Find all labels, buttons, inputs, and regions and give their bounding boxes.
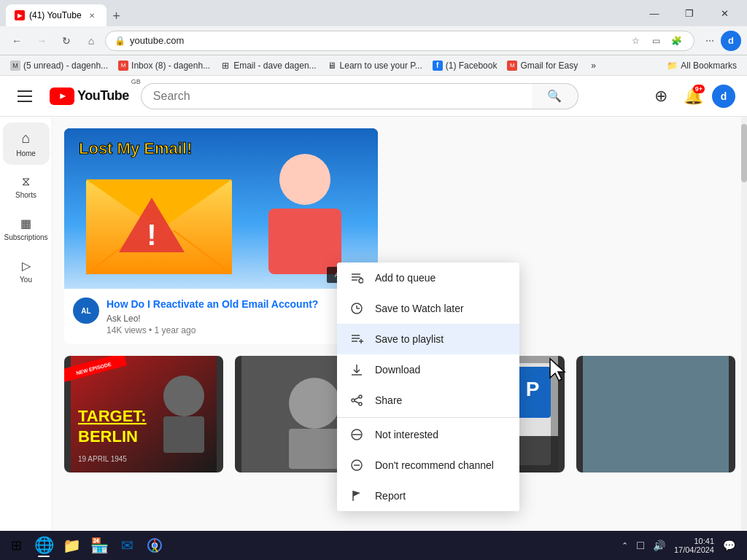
- bookmark-label-2: Inbox (8) - dagenh...: [131, 61, 210, 71]
- bookmark-star-btn[interactable]: ☆: [627, 32, 644, 50]
- address-box[interactable]: 🔒 youtube.com ☆ ▭ 🧩: [105, 31, 694, 51]
- bookmark-label-1: (5 unread) - dagenh...: [23, 61, 108, 71]
- youtube-body: ⌂ Home ⧖ Shorts ▦ Subscriptions ▷ You: [0, 117, 747, 531]
- taskbar-clock[interactable]: 10:41 17/04/2024: [671, 537, 717, 554]
- notifications-btn[interactable]: 🔔 9+: [680, 83, 706, 109]
- taskbar-volume-btn[interactable]: 🔊: [650, 532, 668, 559]
- menu-item-save-playlist[interactable]: Save to playlist: [337, 324, 519, 354]
- taskbar-edge-icon[interactable]: 🌐: [31, 532, 57, 559]
- search-input[interactable]: [141, 83, 532, 109]
- browser-titlebar: ▶ (41) YouTube ✕ + — ❐ ✕: [0, 0, 747, 26]
- svg-point-64: [152, 543, 157, 548]
- bookmark-label-3: Email - dave dagen...: [233, 61, 316, 71]
- taskbar-mail-icon[interactable]: ✉: [114, 532, 140, 559]
- youtube-play-icon: [56, 90, 68, 102]
- forward-btn[interactable]: →: [31, 30, 53, 52]
- menu-item-dont-recommend[interactable]: Don't recommend channel: [337, 450, 519, 481]
- new-tab-btn[interactable]: +: [107, 6, 127, 26]
- show-hidden-icons-btn[interactable]: ⌃: [619, 532, 631, 559]
- video-thumbnail[interactable]: ! Lost My Email! ASK LEO: [64, 128, 378, 289]
- add-video-btn[interactable]: ⊕: [648, 83, 674, 109]
- svg-text:Lost My Email!: Lost My Email!: [79, 139, 192, 158]
- menu-divider: [337, 417, 519, 418]
- menu-label-not-interested: Not interested: [375, 429, 438, 440]
- bookmark-item-4[interactable]: 🖥 Learn to use your P...: [322, 59, 427, 72]
- youtube-logo[interactable]: YouTube GB: [50, 88, 129, 105]
- taskbar-store-icon[interactable]: 🏪: [86, 532, 112, 559]
- notification-center-btn[interactable]: 💬: [720, 532, 738, 559]
- bottom-thumb-4[interactable]: [576, 356, 735, 472]
- user-avatar[interactable]: d: [712, 85, 735, 108]
- menu-item-not-interested[interactable]: Not interested: [337, 419, 519, 450]
- taskbar-explorer-icon[interactable]: 📁: [58, 532, 85, 559]
- svg-text:19 APRIL 1945: 19 APRIL 1945: [78, 455, 127, 463]
- start-btn[interactable]: ⊞: [3, 532, 29, 559]
- home-btn[interactable]: ⌂: [80, 30, 102, 52]
- menu-item-share[interactable]: Share: [337, 385, 519, 416]
- bookmark-favicon-1: M: [10, 61, 20, 71]
- back-btn[interactable]: ←: [6, 30, 28, 52]
- close-btn[interactable]: ✕: [708, 3, 741, 23]
- menu-label-report: Report: [375, 490, 406, 502]
- menu-item-add-to-queue[interactable]: Add to queue: [337, 262, 519, 293]
- reload-btn[interactable]: ↻: [55, 30, 77, 52]
- video-channel[interactable]: Ask Leo!: [107, 314, 338, 324]
- main-content: ! Lost My Email! ASK LEO: [53, 117, 747, 531]
- taskbar: ⊞ 🌐 📁 🏪 ✉ ⌃ □ 🔊 10:41 17/04/2024 💬: [0, 531, 747, 560]
- menu-label-save-watch-later: Save to Watch later: [375, 303, 464, 314]
- sidebar-label-subscriptions: Subscriptions: [4, 233, 47, 241]
- screen-cast-btn[interactable]: ▭: [647, 32, 665, 50]
- playlist-icon: [349, 331, 365, 347]
- bookmark-item-6[interactable]: M Gmail for Easy: [503, 59, 582, 72]
- taskbar-screen-btn[interactable]: □: [634, 532, 647, 559]
- thumb1-svg: NEW EPISODE TARGET: BERLIN 19 APRIL 1945: [64, 356, 223, 472]
- bookmark-label-6: Gmail for Easy: [520, 61, 578, 71]
- sidebar-item-subscriptions[interactable]: ▦ Subscriptions: [3, 209, 50, 249]
- taskbar-chrome-icon[interactable]: [142, 532, 168, 559]
- thumb4-svg: [576, 356, 735, 472]
- sidebar-item-shorts[interactable]: ⧖ Shorts: [3, 168, 50, 206]
- minimize-btn[interactable]: —: [638, 3, 671, 23]
- more-bookmarks-label: »: [591, 61, 596, 71]
- all-bookmarks-btn[interactable]: 📁 All Bookmarks: [662, 59, 741, 72]
- svg-line-55: [355, 401, 359, 403]
- svg-rect-9: [268, 209, 341, 274]
- active-tab[interactable]: ▶ (41) YouTube ✕: [6, 4, 107, 26]
- svg-rect-35: [583, 356, 729, 472]
- thumbnail-svg: ! Lost My Email! ASK LEO: [64, 128, 378, 289]
- extension-icon-1[interactable]: ⋯: [700, 31, 719, 50]
- clock-date: 17/04/2024: [674, 545, 714, 554]
- menu-item-save-watch-later[interactable]: Save to Watch later: [337, 293, 519, 324]
- bookmark-item-5[interactable]: f (1) Facebook: [428, 59, 502, 72]
- video-stats: 14K views • 1 year ago: [107, 325, 338, 335]
- tab-close-btn[interactable]: ✕: [86, 9, 98, 21]
- sidebar-item-you[interactable]: ▷ You: [3, 252, 50, 291]
- shorts-icon: ⧖: [22, 175, 30, 188]
- profile-icon[interactable]: d: [721, 31, 741, 51]
- scroll-thumb[interactable]: [741, 124, 747, 182]
- subscriptions-icon: ▦: [20, 217, 31, 230]
- bookmark-item-2[interactable]: M Inbox (8) - dagenh...: [114, 59, 214, 72]
- menu-btn[interactable]: [12, 83, 38, 109]
- extensions-btn[interactable]: 🧩: [667, 32, 685, 50]
- right-scrollbar: [741, 117, 747, 531]
- bottom-thumb-1[interactable]: NEW EPISODE TARGET: BERLIN 19 APRIL 1945: [64, 356, 223, 472]
- header-actions: ⊕ 🔔 9+ d: [648, 83, 735, 109]
- svg-point-8: [279, 154, 330, 205]
- more-bookmarks-btn[interactable]: »: [587, 59, 600, 72]
- maximize-btn[interactable]: ❐: [673, 3, 706, 23]
- sidebar-item-home[interactable]: ⌂ Home: [3, 122, 50, 165]
- bookmarks-folder-icon: 📁: [667, 61, 678, 71]
- address-actions: ☆ ▭ 🧩: [627, 32, 685, 50]
- bookmark-item-3[interactable]: ⊞ Email - dave dagen...: [216, 59, 320, 72]
- video-title[interactable]: How Do I Reactivate an Old Email Account…: [107, 298, 338, 311]
- svg-point-18: [163, 376, 204, 416]
- tab-bar: ▶ (41) YouTube ✕ +: [6, 0, 632, 26]
- menu-item-report[interactable]: Report: [337, 481, 519, 511]
- search-wrap: 🔍: [141, 83, 578, 109]
- bookmark-item-1[interactable]: M (5 unread) - dagenh...: [6, 59, 112, 72]
- bookmark-favicon-3: ⊞: [220, 61, 231, 71]
- menu-item-download[interactable]: Download: [337, 354, 519, 385]
- search-btn[interactable]: 🔍: [532, 83, 578, 109]
- channel-avatar[interactable]: AL: [73, 298, 99, 324]
